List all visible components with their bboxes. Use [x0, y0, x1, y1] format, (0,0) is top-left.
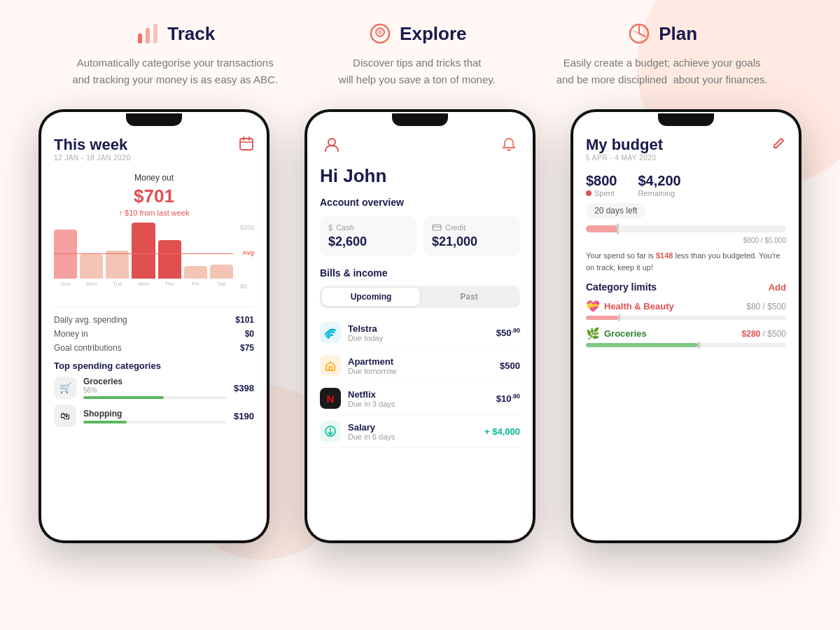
svg-rect-2	[153, 24, 158, 43]
p1-amount: $701	[54, 186, 254, 207]
p1-stat-goals-value: $75	[240, 343, 254, 353]
p2-credit-type: Credit	[432, 223, 512, 232]
p1-bars-container: Sun Mon Tue	[54, 224, 254, 287]
p3-add-btn[interactable]: Add	[769, 282, 786, 293]
p2-cash-type: $ Cash	[328, 223, 408, 232]
phone-plan-notch	[658, 113, 714, 126]
feature-plan-desc: Easily create a budget; achieve your goa…	[556, 55, 768, 88]
p1-stat-goals-label: Goal contributions	[54, 343, 122, 353]
p1-cat-groceries-info: Groceries 56%	[83, 377, 227, 399]
p2-tabs: Upcoming Past	[320, 286, 520, 308]
telstra-name: Telstra	[348, 323, 489, 334]
p1-bar-mon: Mon	[80, 254, 103, 287]
p3-cat-groceries-row: 🌿 Groceries $280 / $500	[586, 327, 786, 340]
p3-date: 5 APR - 4 MAY 2020	[586, 154, 663, 162]
p3-title-group: My budget 5 APR - 4 MAY 2020	[586, 136, 663, 170]
p3-health-bar-marker	[618, 314, 620, 321]
svg-point-10	[328, 139, 335, 146]
feature-plan: Plan Easily create a budget; achieve you…	[556, 21, 768, 88]
p3-cat-health: 💝 Health & Beauty $80 / $500	[586, 300, 786, 320]
p1-stat-daily-label: Daily avg. spending	[54, 315, 127, 325]
p3-cat-groceries-name: Groceries	[604, 328, 647, 339]
p3-header: My budget 5 APR - 4 MAY 2020	[586, 136, 786, 170]
feature-explore-title: Explore	[400, 23, 466, 45]
p3-cat-health-left: 💝 Health & Beauty	[586, 300, 674, 313]
p1-stat-moneyin: Money in $0	[54, 327, 254, 341]
p3-cat-health-amounts: $80 / $500	[746, 302, 786, 312]
p1-cat-groceries-bar	[83, 396, 227, 399]
p3-cat-title: Category limits	[586, 281, 657, 293]
tab-upcoming[interactable]: Upcoming	[322, 288, 420, 306]
p1-bar-sun: Sun	[54, 230, 77, 287]
p3-groceries-bar-marker	[698, 342, 700, 349]
p2-account-credit: Credit $21,000	[424, 216, 520, 256]
netflix-amount: $10.90	[496, 393, 520, 404]
groceries-icon: 🌿	[586, 327, 600, 340]
health-icon: 💝	[586, 300, 600, 313]
p3-progress-label: $800 / $5,000	[586, 237, 786, 244]
phone-explore-notch	[392, 113, 448, 126]
edit-icon[interactable]	[771, 136, 786, 154]
p1-stat-moneyin-value: $0	[245, 329, 254, 339]
p1-cat-shopping-bar	[83, 421, 227, 424]
p3-message: Your spend so far is $148 less than you …	[586, 250, 786, 273]
p1-title: This week	[54, 136, 131, 154]
p3-progress-marker	[617, 223, 619, 234]
p1-chart-area: $200 $0 Avg Sun Mon	[54, 224, 254, 301]
svg-rect-1	[146, 28, 150, 43]
p2-account-overview-title: Account overview	[320, 197, 520, 208]
feature-track-title: Track	[167, 23, 215, 45]
p2-top-icons	[320, 136, 520, 158]
p3-remaining: $4,200 Remaining	[638, 173, 681, 197]
phone-plan-screen: My budget 5 APR - 4 MAY 2020 $800	[573, 112, 799, 540]
apartment-info: Apartment Due tomorrow	[348, 356, 493, 375]
feature-explore-desc: Discover tips and tricks thatwill help y…	[339, 55, 496, 88]
p3-cat-groceries-left: 🌿 Groceries	[586, 327, 647, 340]
p2-bill-netflix: N Netflix Due in 3 days $10.90	[320, 382, 520, 415]
feature-track-header: Track	[135, 21, 215, 46]
p1-cat-shopping-info: Shopping	[83, 409, 227, 424]
telstra-info: Telstra Due today	[348, 323, 489, 342]
p3-title: My budget	[586, 136, 663, 154]
svg-rect-6	[240, 139, 253, 150]
p3-cat-health-name: Health & Beauty	[604, 301, 674, 312]
p3-cat-groceries-amounts: $280 / $500	[742, 329, 786, 339]
p1-money-out-label: Money out	[54, 173, 254, 183]
p1-title-group: This week 12 JAN - 18 JAN 2020	[54, 136, 131, 170]
p3-groceries-bar-bg	[586, 343, 786, 347]
phone-track: This week 12 JAN - 18 JAN 2020	[38, 109, 270, 543]
phone-track-content: This week 12 JAN - 18 JAN 2020	[41, 129, 267, 540]
phone-plan-content: My budget 5 APR - 4 MAY 2020 $800	[573, 129, 799, 540]
feature-explore-header: Explore	[368, 21, 466, 46]
feature-track: Track Automatically categorise your tran…	[72, 21, 277, 88]
p1-change: ↑ $10 from last week	[54, 209, 254, 217]
bell-icon[interactable]	[500, 136, 517, 158]
salary-name: Salary	[348, 422, 477, 433]
track-icon	[135, 21, 160, 46]
netflix-due: Due in 3 days	[348, 400, 489, 408]
calendar-icon[interactable]	[239, 136, 254, 155]
svg-point-4	[378, 30, 382, 34]
phone-plan: My budget 5 APR - 4 MAY 2020 $800	[570, 109, 802, 543]
page-wrapper: Track Automatically categorise your tran…	[0, 0, 840, 630]
apartment-due: Due tomorrow	[348, 367, 493, 375]
p2-bill-telstra: Telstra Due today $50.90	[320, 316, 520, 349]
p1-bar-thu: Thu	[158, 240, 181, 287]
p1-cat-shopping-amount: $190	[234, 411, 254, 421]
p3-remaining-label: Remaining	[638, 189, 681, 197]
p1-cat-groceries-pct: 56%	[83, 386, 227, 394]
p2-cash-amount: $2,600	[328, 234, 408, 249]
telstra-due: Due today	[348, 334, 489, 342]
p1-cat-shopping: 🛍 Shopping $190	[54, 405, 254, 427]
netflix-logo: N	[320, 388, 341, 409]
user-icon[interactable]	[323, 136, 341, 158]
tab-past[interactable]: Past	[420, 288, 518, 306]
p3-spent-amount: $800	[586, 173, 617, 189]
p3-days-badge: 20 days left	[586, 203, 645, 218]
p3-health-bar-fill	[586, 316, 618, 320]
p1-bar-sat: Sat	[210, 265, 233, 287]
salary-due: Due in 6 days	[348, 433, 477, 441]
explore-icon	[368, 21, 393, 46]
apartment-logo	[320, 355, 341, 376]
p1-header: This week 12 JAN - 18 JAN 2020	[54, 136, 254, 170]
